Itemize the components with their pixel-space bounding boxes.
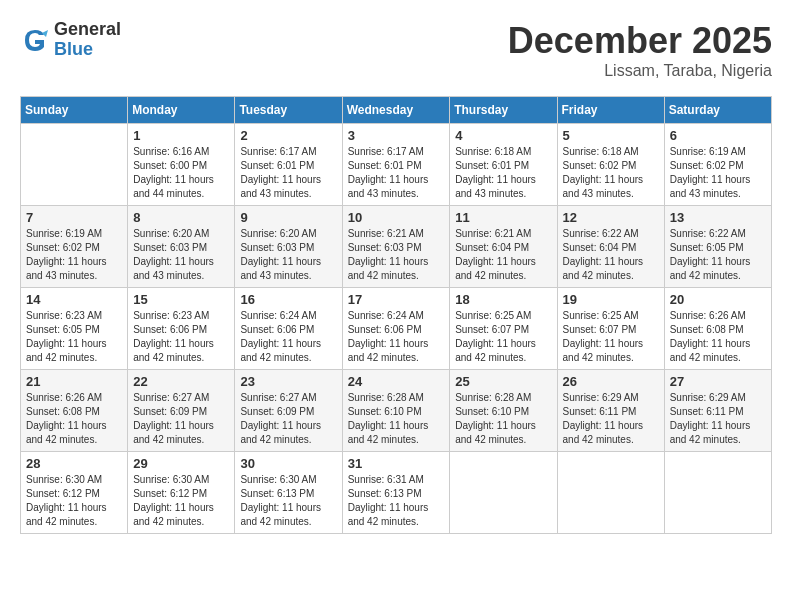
day-cell: 7Sunrise: 6:19 AM Sunset: 6:02 PM Daylig…: [21, 206, 128, 288]
header-saturday: Saturday: [664, 97, 771, 124]
day-cell: 22Sunrise: 6:27 AM Sunset: 6:09 PM Dayli…: [128, 370, 235, 452]
day-number: 1: [133, 128, 229, 143]
day-info: Sunrise: 6:18 AM Sunset: 6:02 PM Dayligh…: [563, 145, 659, 201]
day-cell: 13Sunrise: 6:22 AM Sunset: 6:05 PM Dayli…: [664, 206, 771, 288]
day-cell: 6Sunrise: 6:19 AM Sunset: 6:02 PM Daylig…: [664, 124, 771, 206]
day-number: 20: [670, 292, 766, 307]
day-number: 17: [348, 292, 445, 307]
day-info: Sunrise: 6:21 AM Sunset: 6:04 PM Dayligh…: [455, 227, 551, 283]
header-wednesday: Wednesday: [342, 97, 450, 124]
title-area: December 2025 Lissam, Taraba, Nigeria: [508, 20, 772, 80]
location: Lissam, Taraba, Nigeria: [508, 62, 772, 80]
day-info: Sunrise: 6:21 AM Sunset: 6:03 PM Dayligh…: [348, 227, 445, 283]
week-row-1: 1Sunrise: 6:16 AM Sunset: 6:00 PM Daylig…: [21, 124, 772, 206]
day-cell: 23Sunrise: 6:27 AM Sunset: 6:09 PM Dayli…: [235, 370, 342, 452]
day-info: Sunrise: 6:31 AM Sunset: 6:13 PM Dayligh…: [348, 473, 445, 529]
logo-icon: [20, 25, 50, 55]
day-number: 16: [240, 292, 336, 307]
day-number: 19: [563, 292, 659, 307]
day-info: Sunrise: 6:20 AM Sunset: 6:03 PM Dayligh…: [133, 227, 229, 283]
month-title: December 2025: [508, 20, 772, 62]
day-cell: 12Sunrise: 6:22 AM Sunset: 6:04 PM Dayli…: [557, 206, 664, 288]
calendar: SundayMondayTuesdayWednesdayThursdayFrid…: [20, 96, 772, 534]
day-cell: 19Sunrise: 6:25 AM Sunset: 6:07 PM Dayli…: [557, 288, 664, 370]
calendar-header-row: SundayMondayTuesdayWednesdayThursdayFrid…: [21, 97, 772, 124]
day-number: 7: [26, 210, 122, 225]
day-cell: 14Sunrise: 6:23 AM Sunset: 6:05 PM Dayli…: [21, 288, 128, 370]
day-cell: 8Sunrise: 6:20 AM Sunset: 6:03 PM Daylig…: [128, 206, 235, 288]
header-sunday: Sunday: [21, 97, 128, 124]
day-number: 24: [348, 374, 445, 389]
day-cell: 1Sunrise: 6:16 AM Sunset: 6:00 PM Daylig…: [128, 124, 235, 206]
day-cell: 10Sunrise: 6:21 AM Sunset: 6:03 PM Dayli…: [342, 206, 450, 288]
day-number: 13: [670, 210, 766, 225]
week-row-4: 21Sunrise: 6:26 AM Sunset: 6:08 PM Dayli…: [21, 370, 772, 452]
day-number: 21: [26, 374, 122, 389]
day-number: 12: [563, 210, 659, 225]
day-cell: 27Sunrise: 6:29 AM Sunset: 6:11 PM Dayli…: [664, 370, 771, 452]
page-header: General Blue December 2025 Lissam, Tarab…: [20, 20, 772, 80]
day-info: Sunrise: 6:28 AM Sunset: 6:10 PM Dayligh…: [348, 391, 445, 447]
day-number: 18: [455, 292, 551, 307]
day-info: Sunrise: 6:19 AM Sunset: 6:02 PM Dayligh…: [26, 227, 122, 283]
day-cell: 4Sunrise: 6:18 AM Sunset: 6:01 PM Daylig…: [450, 124, 557, 206]
day-info: Sunrise: 6:22 AM Sunset: 6:04 PM Dayligh…: [563, 227, 659, 283]
day-number: 10: [348, 210, 445, 225]
day-number: 28: [26, 456, 122, 471]
day-info: Sunrise: 6:27 AM Sunset: 6:09 PM Dayligh…: [133, 391, 229, 447]
day-number: 2: [240, 128, 336, 143]
week-row-2: 7Sunrise: 6:19 AM Sunset: 6:02 PM Daylig…: [21, 206, 772, 288]
day-number: 22: [133, 374, 229, 389]
header-friday: Friday: [557, 97, 664, 124]
day-number: 8: [133, 210, 229, 225]
day-cell: 31Sunrise: 6:31 AM Sunset: 6:13 PM Dayli…: [342, 452, 450, 534]
day-info: Sunrise: 6:18 AM Sunset: 6:01 PM Dayligh…: [455, 145, 551, 201]
header-monday: Monday: [128, 97, 235, 124]
day-info: Sunrise: 6:24 AM Sunset: 6:06 PM Dayligh…: [240, 309, 336, 365]
day-number: 31: [348, 456, 445, 471]
day-cell: 21Sunrise: 6:26 AM Sunset: 6:08 PM Dayli…: [21, 370, 128, 452]
day-cell: 2Sunrise: 6:17 AM Sunset: 6:01 PM Daylig…: [235, 124, 342, 206]
day-info: Sunrise: 6:23 AM Sunset: 6:05 PM Dayligh…: [26, 309, 122, 365]
day-cell: 16Sunrise: 6:24 AM Sunset: 6:06 PM Dayli…: [235, 288, 342, 370]
day-cell: [664, 452, 771, 534]
day-number: 15: [133, 292, 229, 307]
day-info: Sunrise: 6:30 AM Sunset: 6:13 PM Dayligh…: [240, 473, 336, 529]
day-number: 30: [240, 456, 336, 471]
day-cell: 15Sunrise: 6:23 AM Sunset: 6:06 PM Dayli…: [128, 288, 235, 370]
day-number: 4: [455, 128, 551, 143]
logo-general: General: [54, 20, 121, 40]
day-number: 25: [455, 374, 551, 389]
day-cell: 5Sunrise: 6:18 AM Sunset: 6:02 PM Daylig…: [557, 124, 664, 206]
day-number: 6: [670, 128, 766, 143]
day-cell: [21, 124, 128, 206]
day-cell: 11Sunrise: 6:21 AM Sunset: 6:04 PM Dayli…: [450, 206, 557, 288]
day-info: Sunrise: 6:29 AM Sunset: 6:11 PM Dayligh…: [670, 391, 766, 447]
day-number: 11: [455, 210, 551, 225]
day-number: 3: [348, 128, 445, 143]
day-cell: 20Sunrise: 6:26 AM Sunset: 6:08 PM Dayli…: [664, 288, 771, 370]
day-cell: 24Sunrise: 6:28 AM Sunset: 6:10 PM Dayli…: [342, 370, 450, 452]
day-info: Sunrise: 6:30 AM Sunset: 6:12 PM Dayligh…: [26, 473, 122, 529]
day-cell: [557, 452, 664, 534]
day-info: Sunrise: 6:16 AM Sunset: 6:00 PM Dayligh…: [133, 145, 229, 201]
day-info: Sunrise: 6:19 AM Sunset: 6:02 PM Dayligh…: [670, 145, 766, 201]
day-number: 14: [26, 292, 122, 307]
day-cell: 3Sunrise: 6:17 AM Sunset: 6:01 PM Daylig…: [342, 124, 450, 206]
day-cell: 25Sunrise: 6:28 AM Sunset: 6:10 PM Dayli…: [450, 370, 557, 452]
day-info: Sunrise: 6:27 AM Sunset: 6:09 PM Dayligh…: [240, 391, 336, 447]
day-number: 27: [670, 374, 766, 389]
day-number: 23: [240, 374, 336, 389]
day-info: Sunrise: 6:28 AM Sunset: 6:10 PM Dayligh…: [455, 391, 551, 447]
header-thursday: Thursday: [450, 97, 557, 124]
day-cell: 28Sunrise: 6:30 AM Sunset: 6:12 PM Dayli…: [21, 452, 128, 534]
day-cell: 9Sunrise: 6:20 AM Sunset: 6:03 PM Daylig…: [235, 206, 342, 288]
day-cell: 29Sunrise: 6:30 AM Sunset: 6:12 PM Dayli…: [128, 452, 235, 534]
day-info: Sunrise: 6:30 AM Sunset: 6:12 PM Dayligh…: [133, 473, 229, 529]
day-info: Sunrise: 6:24 AM Sunset: 6:06 PM Dayligh…: [348, 309, 445, 365]
day-info: Sunrise: 6:26 AM Sunset: 6:08 PM Dayligh…: [26, 391, 122, 447]
logo-blue: Blue: [54, 40, 121, 60]
logo-text: General Blue: [54, 20, 121, 60]
day-info: Sunrise: 6:17 AM Sunset: 6:01 PM Dayligh…: [348, 145, 445, 201]
week-row-3: 14Sunrise: 6:23 AM Sunset: 6:05 PM Dayli…: [21, 288, 772, 370]
